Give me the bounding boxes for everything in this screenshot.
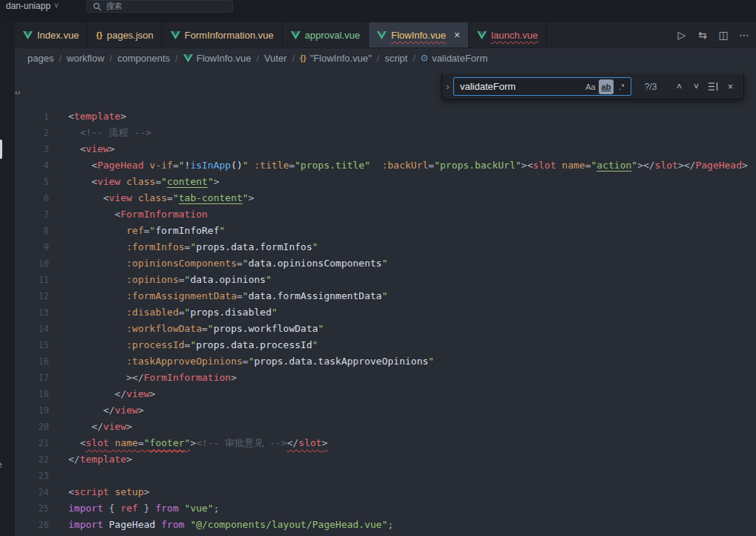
code-line[interactable]: 8 ref="formInfoRef" <box>15 223 756 239</box>
line-number: 3 <box>15 141 49 157</box>
code-line[interactable]: 16 :taskApproveOpinions="props.data.task… <box>15 353 756 370</box>
code-text: :formInfos="props.data.formInfos" <box>68 239 318 255</box>
code-text: :opinionsComponents="data.opinionsCompon… <box>68 255 388 272</box>
code-line[interactable]: 1<template> <box>15 108 756 125</box>
code-line[interactable]: 15 :processId="props.data.processId" <box>15 337 756 353</box>
tab-FlowInfo.vue[interactable]: FlowInfo.vue× <box>369 22 469 48</box>
vue-icon <box>291 31 300 39</box>
code-text: <view class="content"> <box>68 174 220 190</box>
tab-label: Index.vue <box>37 30 79 41</box>
code-line[interactable]: 10 :opinionsComponents="data.opinionsCom… <box>15 255 756 272</box>
tab-label: launch.vue <box>491 30 538 41</box>
code-line[interactable]: 14 :workflowData="props.workflowData" <box>15 321 756 337</box>
breadcrumb-item[interactable]: pages <box>27 53 53 64</box>
search-icon <box>93 2 102 11</box>
line-number: 15 <box>15 337 49 353</box>
code-line[interactable]: 3 <view> <box>15 141 756 157</box>
code-text: :disabled="props.disabled" <box>68 304 277 321</box>
breadcrumb-item[interactable]: components <box>117 53 170 64</box>
code-text: <PageHead v-if="!isInApp()" :title="prop… <box>68 157 748 174</box>
workspace-title[interactable]: dan-uniapp ˅ <box>6 0 59 11</box>
code-text: </view> <box>68 419 132 435</box>
line-number: 1 <box>15 108 49 125</box>
breadcrumb-label: script <box>384 53 407 64</box>
tab-pages.json[interactable]: {}pages.json <box>88 22 162 48</box>
breadcrumb-label: workflow <box>67 53 105 64</box>
line-number: 11 <box>15 272 49 288</box>
code-text: <script setup> <box>68 484 150 500</box>
whole-word-toggle[interactable]: ab <box>599 79 614 94</box>
breadcrumb-item[interactable]: {}"FlowInfo.vue" <box>300 53 372 64</box>
next-match-button[interactable]: ˅ <box>688 79 704 94</box>
code-line[interactable]: 4 <PageHead v-if="!isInApp()" :title="pr… <box>15 157 756 174</box>
toggle-replace-button[interactable]: › <box>442 74 453 99</box>
code-text: ></FormInformation> <box>68 370 237 386</box>
code-text: :workflowData="props.workflowData" <box>68 321 323 337</box>
editor[interactable]: › Aaab.* ?/3 ˄ ˅ × 1<template>2 <!-- 流程 … <box>15 68 756 536</box>
code-line[interactable]: 20 </view> <box>15 419 756 435</box>
code-text: <view> <box>68 141 115 157</box>
code-line[interactable]: 18 </view> <box>15 386 756 402</box>
line-number: 14 <box>15 321 49 337</box>
code-line[interactable]: 9 :formInfos="props.data.formInfos" <box>15 239 756 255</box>
breadcrumb-item[interactable]: workflow <box>67 53 105 64</box>
line-number: 2 <box>15 125 49 141</box>
code-line[interactable]: 19 </view> <box>15 402 756 419</box>
vue-icon <box>477 31 487 39</box>
line-number: 22 <box>15 451 49 468</box>
tab-FormInformation.vue[interactable]: FormInformation.vue <box>162 22 283 48</box>
match-case-toggle[interactable]: Aa <box>583 79 598 94</box>
code-line[interactable]: 26import PageHead from "@/components/lay… <box>15 517 756 533</box>
clipped-sidebar-text: e <box>0 459 2 470</box>
code-line[interactable]: 7 <FormInformation <box>15 206 756 223</box>
code-line[interactable]: 11 :opinions="data.opinions" <box>15 272 756 288</box>
code-line[interactable]: 23 <box>15 468 756 484</box>
more-actions-button[interactable]: ⋯ <box>735 26 753 44</box>
tab-Index.vue[interactable]: Index.vue <box>15 22 88 48</box>
tab-label: FlowInfo.vue <box>391 30 446 41</box>
open-changes-button[interactable]: ⇆ <box>694 26 711 44</box>
code-line[interactable]: 17 ></FormInformation> <box>15 370 756 386</box>
breadcrumb-item[interactable]: ⊙validateForm <box>421 53 487 64</box>
previous-match-button[interactable]: ˄ <box>671 79 687 94</box>
code-line[interactable]: 21 <slot name="footer"><!-- 审批意见 --></sl… <box>15 435 756 451</box>
code-text: :formAssignmentData="data.formAssignment… <box>68 288 388 304</box>
breadcrumb-label: Vuter <box>264 53 287 64</box>
breadcrumb-separator: / <box>110 53 113 64</box>
sidebar-scrollbar-thumb[interactable] <box>0 140 2 159</box>
close-icon[interactable]: × <box>454 29 460 41</box>
split-editor-button[interactable]: ◫ <box>714 26 732 44</box>
line-number: 25 <box>15 500 49 517</box>
breadcrumb-item[interactable]: FlowInfo.vue <box>183 53 252 64</box>
code-text: </template> <box>68 451 132 468</box>
code-line[interactable]: 13 :disabled="props.disabled" <box>15 304 756 321</box>
find-match-count: ?/3 <box>637 82 664 92</box>
breadcrumb: pages/workflow/components/FlowInfo.vue/V… <box>15 48 756 68</box>
find-in-selection-button[interactable] <box>706 79 721 94</box>
find-input-wrap: Aaab.* <box>453 77 631 96</box>
code-line[interactable]: 22</template> <box>15 451 756 468</box>
search-label: 搜索 <box>106 1 122 12</box>
code-line[interactable]: 25import { ref } from "vue"; <box>15 500 756 517</box>
breadcrumb-item[interactable]: ‹›script <box>384 53 407 64</box>
code-text: import PageHead from "@/components/layou… <box>68 517 393 533</box>
code-lines: 1<template>2 <!-- 流程 -->3 <view>4 <PageH… <box>15 108 756 533</box>
line-number: 5 <box>15 174 49 190</box>
code-line[interactable]: 2 <!-- 流程 --> <box>15 125 756 141</box>
code-text: :taskApproveOpinions="props.data.taskApp… <box>68 353 434 370</box>
breadcrumb-item[interactable]: Vuter <box>264 53 287 64</box>
close-find-button[interactable]: × <box>723 79 738 94</box>
tab-launch.vue[interactable]: launch.vue <box>469 22 547 48</box>
regex-toggle[interactable]: .* <box>614 79 629 94</box>
code-line[interactable]: 24<script setup> <box>15 484 756 500</box>
code-line[interactable]: 6 <view class="tab-content"> <box>15 190 756 206</box>
code-line[interactable]: 5 <view class="content"> <box>15 174 756 190</box>
tab-approval.vue[interactable]: approval.vue <box>283 22 369 48</box>
line-number: 13 <box>15 304 49 321</box>
command-center-search[interactable]: 搜索 <box>86 0 233 13</box>
code-text: import { ref } from "vue"; <box>68 500 220 517</box>
find-input[interactable] <box>460 81 582 92</box>
code-text: :opinions="data.opinions" <box>68 272 272 288</box>
run-button[interactable]: ▷ <box>673 26 691 44</box>
code-line[interactable]: 12 :formAssignmentData="data.formAssignm… <box>15 288 756 304</box>
